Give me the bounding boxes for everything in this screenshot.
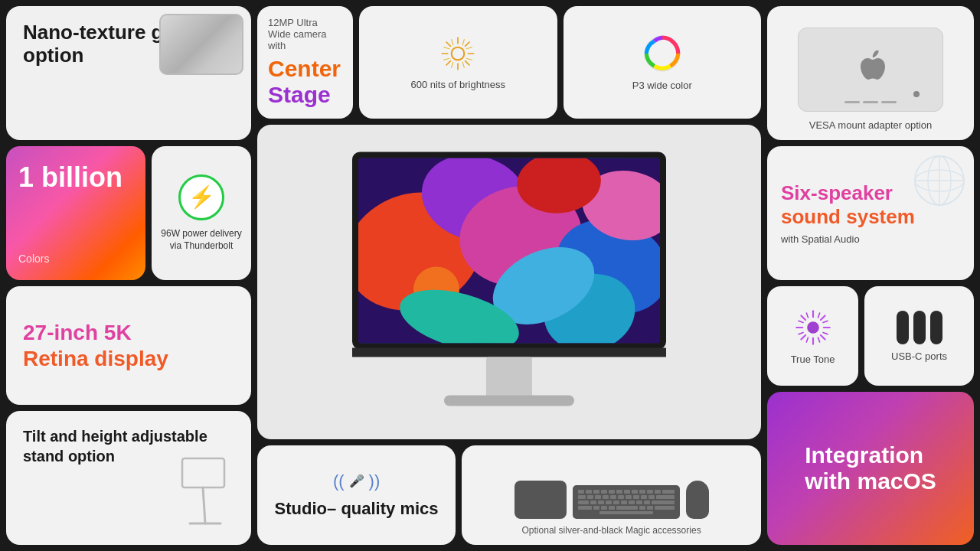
svg-rect-42 <box>609 490 615 494</box>
speaker-subtitle: with Spatial Audio <box>781 233 960 245</box>
svg-line-18 <box>452 62 453 67</box>
monitor-svg <box>322 125 697 439</box>
svg-rect-48 <box>655 490 661 494</box>
svg-line-99 <box>823 332 828 334</box>
integration-card: Integration with macOS <box>767 392 974 545</box>
svg-rect-64 <box>606 500 612 504</box>
retina-text: 27-inch 5K Retina display <box>23 320 168 371</box>
billion-card: 1 billion Colors ⚡ 96W power delivery vi… <box>6 146 251 280</box>
right-column: VESA mount adapter option Six-speaker so… <box>767 6 974 545</box>
svg-rect-78 <box>655 506 675 510</box>
stand-slots <box>844 101 897 103</box>
svg-line-98 <box>823 321 828 322</box>
svg-rect-39 <box>586 490 592 494</box>
svg-rect-40 <box>593 490 599 494</box>
mouse-visual <box>686 481 709 519</box>
billion-gradient-left: 1 billion Colors <box>6 146 145 280</box>
svg-rect-74 <box>609 506 615 510</box>
retina-card: 27-inch 5K Retina display <box>6 286 251 405</box>
svg-rect-43 <box>616 490 622 494</box>
left-column: Nano-texture glass option 1 billion Colo… <box>6 6 251 545</box>
svg-rect-72 <box>593 506 599 510</box>
center-column: 12MP Ultra Wide camera with Center Stage <box>257 6 761 545</box>
retina-line2: Retina display <box>23 346 168 372</box>
thunderbolt-card: ⚡ 96W power delivery via Thunderbolt <box>152 146 251 280</box>
svg-rect-53 <box>603 495 609 499</box>
mics-label: Studio– quality mics <box>275 499 439 519</box>
camera-label: 12MP Ultra Wide camera with <box>268 17 342 51</box>
svg-rect-35 <box>352 348 666 357</box>
nano-texture-visual <box>159 14 243 75</box>
p3-card: P3 wide color <box>564 6 762 119</box>
svg-line-15 <box>444 58 449 60</box>
thunderbolt-text: 96W power delivery via Thunderbolt <box>159 228 243 252</box>
billion-label: Colors <box>18 253 133 265</box>
center-stage-card: 12MP Ultra Wide camera with Center Stage <box>257 6 353 119</box>
svg-rect-66 <box>621 500 627 504</box>
svg-rect-38 <box>578 490 584 494</box>
svg-line-93 <box>801 334 805 339</box>
usbc-port-3 <box>930 311 942 344</box>
svg-rect-79 <box>599 511 653 514</box>
bolt-circle: ⚡ <box>178 174 224 220</box>
svg-rect-75 <box>616 506 638 510</box>
svg-line-100 <box>806 337 808 342</box>
accessories-visual <box>514 453 709 519</box>
svg-rect-37 <box>444 396 574 406</box>
integration-text: Integration with macOS <box>805 442 936 495</box>
svg-rect-56 <box>626 495 632 499</box>
mac-back-visual <box>798 28 943 112</box>
svg-line-94 <box>806 312 808 317</box>
svg-rect-63 <box>598 500 604 504</box>
p3-label: P3 wide color <box>632 80 692 91</box>
svg-line-12 <box>452 40 453 45</box>
trackpad-visual <box>514 481 567 519</box>
svg-line-91 <box>821 334 825 339</box>
svg-line-92 <box>821 315 825 320</box>
mics-card: (( 🎤 )) Studio– quality mics <box>257 445 456 545</box>
svg-rect-67 <box>629 500 635 504</box>
svg-rect-41 <box>601 490 607 494</box>
svg-rect-57 <box>633 495 639 499</box>
globe-icon <box>909 150 970 211</box>
svg-rect-54 <box>610 495 616 499</box>
svg-rect-50 <box>578 495 586 499</box>
svg-line-11 <box>446 61 450 65</box>
true-tone-label: True Tone <box>791 354 835 365</box>
bolt-icon: ⚡ <box>188 184 215 210</box>
svg-line-1 <box>203 487 205 523</box>
svg-line-9 <box>466 61 469 65</box>
usbc-port-1 <box>897 311 909 344</box>
svg-rect-44 <box>624 490 630 494</box>
svg-line-16 <box>467 47 472 49</box>
svg-rect-76 <box>639 506 645 510</box>
svg-point-3 <box>452 47 465 60</box>
svg-rect-45 <box>632 490 638 494</box>
svg-line-101 <box>818 337 819 342</box>
center-bottom-row: (( 🎤 )) Studio– quality mics <box>257 445 761 545</box>
integration-line2: with macOS <box>805 468 936 495</box>
keyboard-visual <box>573 485 680 519</box>
usbc-port-2 <box>913 311 926 344</box>
svg-rect-68 <box>636 500 642 504</box>
svg-rect-46 <box>639 490 645 494</box>
svg-line-14 <box>444 47 449 49</box>
mic-waves-visual: (( 🎤 )) <box>333 471 380 491</box>
svg-rect-59 <box>648 495 655 499</box>
svg-rect-73 <box>601 506 607 510</box>
retina-line1: 27-inch 5K <box>23 320 168 346</box>
svg-line-17 <box>467 58 472 60</box>
svg-rect-65 <box>613 500 619 504</box>
svg-line-19 <box>463 62 465 67</box>
svg-rect-36 <box>486 357 532 399</box>
vesa-dot <box>913 91 920 97</box>
vesa-card: VESA mount adapter option <box>767 6 974 140</box>
mic-icon: 🎤 <box>349 474 364 488</box>
svg-rect-61 <box>578 500 589 504</box>
accessories-card: Optional silver-and-black Magic accessor… <box>462 445 761 545</box>
svg-line-96 <box>798 321 802 322</box>
brightness-label: 600 nits of brightness <box>410 79 505 90</box>
svg-line-13 <box>463 40 465 45</box>
ports-row: True Tone USB-C ports <box>767 286 974 386</box>
tilt-card: Tilt and height adjustable stand option <box>6 411 251 545</box>
